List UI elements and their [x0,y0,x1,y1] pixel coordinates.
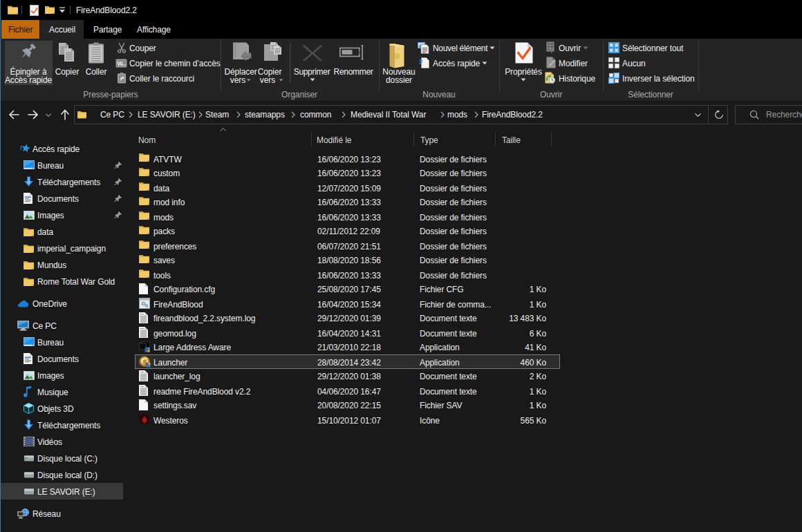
svg-text:W: W [118,60,124,67]
